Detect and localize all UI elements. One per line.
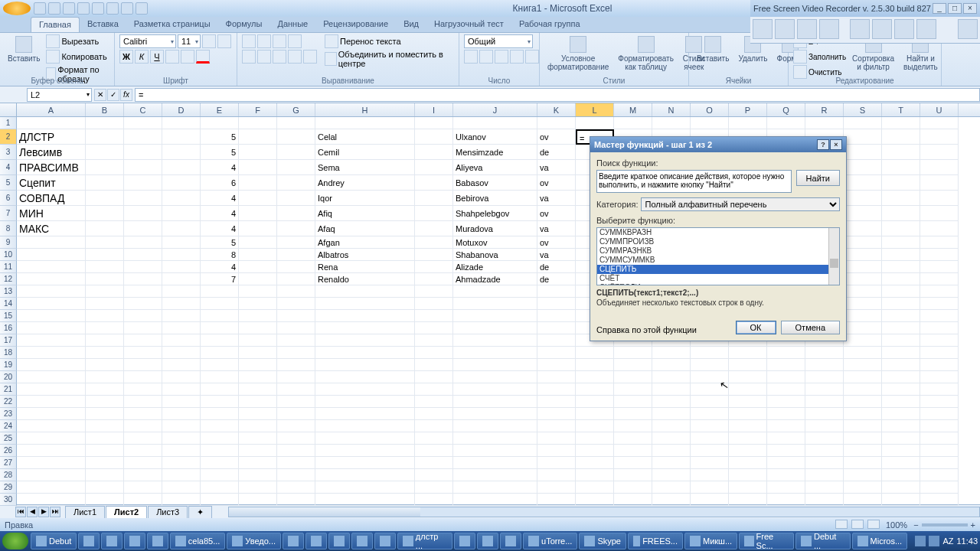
cell-Q1[interactable] xyxy=(767,117,805,129)
function-item[interactable]: СЦЕПИТЬ xyxy=(597,265,839,274)
cell-D28[interactable] xyxy=(162,469,201,481)
cell-P23[interactable] xyxy=(729,408,767,420)
cell-M18[interactable] xyxy=(614,347,652,359)
taskbar-item[interactable] xyxy=(477,533,498,549)
cell-U16[interactable] xyxy=(920,322,959,334)
cell-K15[interactable] xyxy=(537,310,576,322)
cell-B23[interactable] xyxy=(86,408,124,420)
cell-D1[interactable] xyxy=(162,117,201,129)
rt-btn[interactable] xyxy=(775,19,795,39)
cell-A9[interactable] xyxy=(17,236,86,249)
cell-F23[interactable] xyxy=(239,408,277,420)
cell-B28[interactable] xyxy=(86,469,124,481)
cell-S12[interactable] xyxy=(844,273,882,285)
cell-R30[interactable] xyxy=(805,494,844,506)
cell-S3[interactable] xyxy=(844,145,882,160)
cell-A18[interactable] xyxy=(17,347,86,359)
col-header-L[interactable]: L xyxy=(576,103,614,116)
cell-U18[interactable] xyxy=(920,347,959,359)
cell-N25[interactable] xyxy=(652,432,691,445)
cell-S26[interactable] xyxy=(844,445,882,457)
cell-J1[interactable] xyxy=(453,117,537,129)
col-header-I[interactable]: I xyxy=(415,103,453,116)
cell-H14[interactable] xyxy=(315,298,415,310)
cell-E10[interactable]: 8 xyxy=(201,249,239,261)
cell-M29[interactable] xyxy=(614,481,652,494)
cell-A16[interactable] xyxy=(17,322,86,334)
cell-P1[interactable] xyxy=(729,117,767,129)
row-header-22[interactable]: 22 xyxy=(0,396,17,408)
taskbar-item[interactable]: Free Sc... xyxy=(739,533,794,549)
cell-B7[interactable] xyxy=(86,206,124,221)
cell-G29[interactable] xyxy=(277,481,315,494)
cell-G3[interactable] xyxy=(277,145,315,160)
cell-D9[interactable] xyxy=(162,236,201,249)
cell-D4[interactable] xyxy=(162,160,201,175)
cell-D5[interactable] xyxy=(162,175,201,191)
cell-Q29[interactable] xyxy=(767,481,805,494)
taskbar-item[interactable] xyxy=(328,533,350,549)
cell-L29[interactable] xyxy=(576,481,614,494)
tab-рецензирование[interactable]: Рецензирование xyxy=(315,17,396,32)
cell-B21[interactable] xyxy=(86,383,124,396)
cell-J8[interactable]: Muradova xyxy=(453,221,537,236)
cell-J16[interactable] xyxy=(453,322,537,334)
function-item[interactable]: СУММСУММКВ xyxy=(597,256,839,265)
office-button[interactable] xyxy=(3,2,31,15)
cell-Q26[interactable] xyxy=(767,445,805,457)
cell-G14[interactable] xyxy=(277,298,315,310)
cell-L24[interactable] xyxy=(576,420,614,432)
rt-btn[interactable] xyxy=(797,19,817,39)
cell-S22[interactable] xyxy=(844,396,882,408)
cell-K12[interactable]: de xyxy=(537,273,576,285)
qat-more[interactable] xyxy=(136,2,148,15)
cell-F13[interactable] xyxy=(239,285,277,298)
cell-D25[interactable] xyxy=(162,432,201,445)
cell-H26[interactable] xyxy=(315,445,415,457)
cell-I2[interactable] xyxy=(415,129,453,145)
cell-T26[interactable] xyxy=(882,445,920,457)
tab-данные[interactable]: Данные xyxy=(270,17,315,32)
cell-J4[interactable]: Aliyeva xyxy=(453,160,537,175)
cell-B1[interactable] xyxy=(86,117,124,129)
cell-A13[interactable] xyxy=(17,285,86,298)
cell-I7[interactable] xyxy=(415,206,453,221)
cell-H24[interactable] xyxy=(315,420,415,432)
cell-U25[interactable] xyxy=(920,432,959,445)
cell-F15[interactable] xyxy=(239,310,277,322)
font-name-combo[interactable]: Calibri xyxy=(119,34,176,48)
tray-lang[interactable]: AZ xyxy=(942,536,953,546)
cell-I16[interactable] xyxy=(415,322,453,334)
cell-G16[interactable] xyxy=(277,322,315,334)
row-header-24[interactable]: 24 xyxy=(0,420,17,432)
qat-preview[interactable] xyxy=(92,2,104,15)
cell-A5[interactable]: Сцепит xyxy=(17,175,86,191)
cell-I19[interactable] xyxy=(415,359,453,371)
cell-E17[interactable] xyxy=(201,334,239,347)
cell-F18[interactable] xyxy=(239,347,277,359)
cell-U11[interactable] xyxy=(920,261,959,273)
cell-O1[interactable] xyxy=(691,117,729,129)
help-link[interactable]: Справка по этой функции xyxy=(596,325,697,334)
cell-C19[interactable] xyxy=(124,359,162,371)
cell-J18[interactable] xyxy=(453,347,537,359)
cell-U9[interactable] xyxy=(920,236,959,249)
rt-btn[interactable] xyxy=(850,19,870,39)
cell-L19[interactable] xyxy=(576,359,614,371)
cell-G11[interactable] xyxy=(277,261,315,273)
cell-R21[interactable] xyxy=(805,383,844,396)
cell-J21[interactable] xyxy=(453,383,537,396)
cell-I6[interactable] xyxy=(415,191,453,206)
cell-I10[interactable] xyxy=(415,249,453,261)
cell-B26[interactable] xyxy=(86,445,124,457)
cell-S24[interactable] xyxy=(844,420,882,432)
cell-C13[interactable] xyxy=(124,285,162,298)
cell-O27[interactable] xyxy=(691,457,729,469)
cell-C9[interactable] xyxy=(124,236,162,249)
cell-U5[interactable] xyxy=(920,175,959,191)
align-left[interactable] xyxy=(242,50,256,64)
cell-S19[interactable] xyxy=(844,359,882,371)
cell-R22[interactable] xyxy=(805,396,844,408)
row-header-25[interactable]: 25 xyxy=(0,432,17,445)
taskbar-item[interactable]: Debut ... xyxy=(795,533,851,549)
